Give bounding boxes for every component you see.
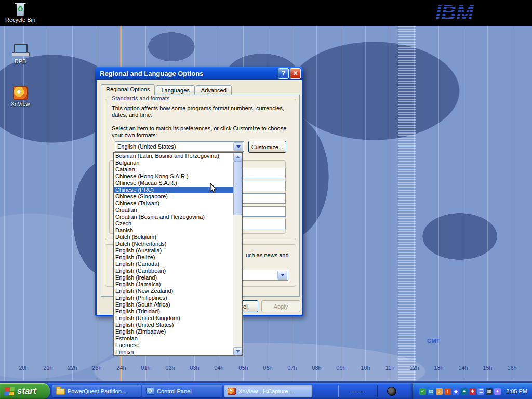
language-option[interactable]: English (Trinidad) bbox=[114, 308, 233, 315]
scroll-thumb[interactable] bbox=[233, 161, 242, 215]
ibm-logo-text: IBM bbox=[435, 1, 474, 24]
task-button-label: PowerQuest Partition... bbox=[68, 388, 126, 394]
close-button[interactable]: ✕ bbox=[290, 68, 301, 79]
hour-label: 22h bbox=[60, 365, 85, 371]
hour-label: 15h bbox=[475, 365, 500, 371]
language-option[interactable]: Finnish bbox=[114, 349, 233, 355]
language-option[interactable]: Faeroese bbox=[114, 342, 233, 349]
language-option[interactable]: Bulgarian bbox=[114, 159, 233, 166]
taskbar-toolbar-text[interactable]: ---- bbox=[341, 388, 374, 394]
system-tray: ✓▤♪!◆●✚☰▦● 2:05 PM bbox=[413, 383, 532, 399]
desktop-icon-dpb[interactable]: DPB bbox=[1, 44, 40, 64]
language-option[interactable]: Chinese (Hong Kong S.A.R.) bbox=[114, 173, 233, 180]
chevron-down-icon bbox=[281, 274, 285, 276]
tray-icon-4[interactable]: ! bbox=[444, 388, 451, 395]
taskbar-button-powerquest[interactable]: PowerQuest Partition... bbox=[52, 385, 141, 397]
language-option[interactable]: English (South Africa) bbox=[114, 301, 233, 308]
language-option[interactable]: Dutch (Belgium) bbox=[114, 234, 233, 241]
tray-icon-9[interactable]: ▦ bbox=[486, 388, 493, 395]
taskbar-button-control-panel[interactable]: ⚙ Control Panel bbox=[142, 385, 222, 397]
format-combobox[interactable]: English (United States) bbox=[115, 141, 244, 152]
taskbar-button-xnview[interactable]: XnView - [<Capture-... bbox=[224, 385, 312, 397]
language-option[interactable]: Catalan bbox=[114, 166, 233, 173]
task-button-label: Control Panel bbox=[157, 388, 192, 394]
standards-group-title: Standards and formats bbox=[110, 95, 171, 101]
location-text-fragment: uch as news and bbox=[246, 252, 289, 259]
hour-label: 02h bbox=[158, 365, 182, 371]
task-buttons: PowerQuest Partition... ⚙ Control Panel … bbox=[52, 385, 312, 397]
combobox-dropdown-button[interactable] bbox=[277, 271, 287, 280]
language-option[interactable]: English (Zimbabwe) bbox=[114, 328, 233, 335]
language-option[interactable]: English (Australia) bbox=[114, 247, 233, 254]
desktop-icon-xnview[interactable]: XnView bbox=[1, 86, 40, 107]
language-option[interactable]: Dutch (Netherlands) bbox=[114, 241, 233, 247]
language-option[interactable]: Croatian bbox=[114, 207, 233, 214]
language-option[interactable]: English (Caribbean) bbox=[114, 268, 233, 274]
tray-icon-8[interactable]: ☰ bbox=[477, 388, 484, 395]
dialog-tabs: Regional Options Languages Advanced bbox=[101, 84, 233, 95]
scroll-down-button[interactable] bbox=[233, 347, 242, 355]
hour-label: 08h bbox=[304, 365, 329, 371]
start-button[interactable]: start bbox=[0, 383, 50, 399]
hour-label: 14h bbox=[451, 365, 475, 371]
language-option[interactable]: English (Belize) bbox=[114, 254, 233, 261]
taskbar-clock[interactable]: 2:05 PM bbox=[506, 388, 527, 394]
hour-label: 06h bbox=[256, 365, 280, 371]
language-option[interactable]: English (United States) bbox=[114, 322, 233, 328]
tray-icon-5[interactable]: ◆ bbox=[453, 388, 459, 395]
help-button[interactable]: ? bbox=[278, 68, 289, 79]
language-option[interactable]: Estonian bbox=[114, 335, 233, 342]
hour-label: 13h bbox=[427, 365, 451, 371]
language-option[interactable]: Czech bbox=[114, 220, 233, 227]
tray-icons: ✓▤♪!◆●✚☰▦● bbox=[419, 388, 501, 395]
hour-label: 07h bbox=[280, 365, 304, 371]
language-option[interactable]: Chinese (Taiwan) bbox=[114, 200, 233, 207]
dropdown-scrollbar[interactable] bbox=[233, 153, 242, 355]
scroll-up-button[interactable] bbox=[233, 153, 242, 161]
hour-label: 16h bbox=[500, 365, 524, 371]
xnview-icon bbox=[13, 86, 28, 100]
tray-icon-2[interactable]: ▤ bbox=[428, 388, 434, 395]
hour-label: 23h bbox=[85, 365, 109, 371]
recycle-bin-icon: ♻ bbox=[14, 2, 26, 16]
hour-label: 20h bbox=[11, 365, 36, 371]
tray-icon-10[interactable]: ● bbox=[494, 388, 501, 395]
tab-languages[interactable]: Languages bbox=[156, 85, 194, 95]
laptop-icon bbox=[12, 44, 29, 57]
apply-button[interactable]: Apply bbox=[261, 300, 300, 312]
language-option[interactable]: Bosnian (Latin, Bosnia and Herzegovina) bbox=[114, 153, 233, 159]
language-option[interactable]: English (New Zealand) bbox=[114, 288, 233, 295]
tray-icon-1[interactable]: ✓ bbox=[419, 388, 426, 395]
desktop-icon-label: Recycle Bin bbox=[1, 17, 40, 23]
hour-label: 10h bbox=[353, 365, 378, 371]
language-option[interactable]: Croatian (Bosnia and Herzegovina) bbox=[114, 214, 233, 220]
desktop-icon-recycle-bin[interactable]: ♻ Recycle Bin bbox=[1, 2, 40, 23]
language-option[interactable]: English (Philippines) bbox=[114, 295, 233, 301]
hour-label: 21h bbox=[36, 365, 60, 371]
desktop-icon-label: DPB bbox=[1, 58, 40, 64]
language-option[interactable]: English (Jamaica) bbox=[114, 281, 233, 288]
language-option[interactable]: English (Ireland) bbox=[114, 274, 233, 281]
language-option[interactable]: Danish bbox=[114, 227, 233, 234]
language-option[interactable]: English (United Kingdom) bbox=[114, 315, 233, 322]
dateline-hatch-band bbox=[398, 26, 416, 383]
tab-regional-options[interactable]: Regional Options bbox=[101, 84, 155, 95]
tray-icon-3[interactable]: ♪ bbox=[436, 388, 443, 395]
hour-label: 24h bbox=[109, 365, 134, 371]
language-dropdown-list: Bosnian (Latin, Bosnia and Herzegovina)B… bbox=[113, 152, 243, 356]
customize-button[interactable]: Customize... bbox=[248, 141, 286, 153]
hour-label: 01h bbox=[134, 365, 158, 371]
tab-advanced[interactable]: Advanced bbox=[196, 85, 232, 95]
tray-icon-6[interactable]: ● bbox=[461, 388, 468, 395]
chevron-down-icon bbox=[236, 145, 241, 148]
taskbar-toolbar-icon[interactable] bbox=[387, 387, 396, 396]
tray-icon-7[interactable]: ✚ bbox=[469, 388, 476, 395]
language-option[interactable]: English (Canada) bbox=[114, 261, 233, 268]
select-instruction-line1: Select an item to match its preferences,… bbox=[112, 125, 286, 132]
desktop: IBM 20h21h22h23h24h01h02h03h04h05h06h07h… bbox=[0, 0, 532, 399]
combobox-dropdown-button[interactable] bbox=[233, 142, 243, 151]
hour-label: 11h bbox=[378, 365, 402, 371]
select-instruction-line2: your own formats: bbox=[112, 132, 157, 139]
task-button-label: XnView - [<Capture-... bbox=[238, 388, 295, 394]
dialog-titlebar[interactable]: Regional and Language Options ? ✕ bbox=[95, 66, 303, 80]
